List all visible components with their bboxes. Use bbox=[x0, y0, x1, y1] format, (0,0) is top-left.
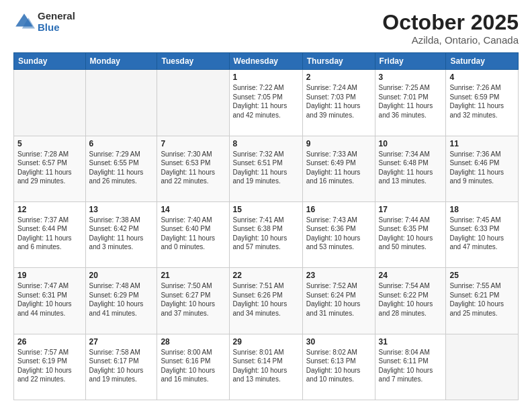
calendar-empty-cell bbox=[14, 70, 86, 136]
day-number: 13 bbox=[89, 205, 154, 214]
day-info: Sunrise: 8:04 AM Sunset: 6:11 PM Dayligh… bbox=[379, 348, 443, 384]
day-info: Sunrise: 7:40 AM Sunset: 6:40 PM Dayligh… bbox=[161, 216, 225, 252]
day-info: Sunrise: 7:52 AM Sunset: 6:24 PM Dayligh… bbox=[306, 281, 371, 318]
calendar-day-26: 26Sunrise: 7:57 AM Sunset: 6:19 PM Dayli… bbox=[14, 334, 86, 400]
day-number: 21 bbox=[161, 271, 225, 280]
calendar-day-29: 29Sunrise: 8:01 AM Sunset: 6:14 PM Dayli… bbox=[229, 334, 302, 400]
day-number: 11 bbox=[449, 139, 515, 148]
day-info: Sunrise: 7:26 AM Sunset: 6:59 PM Dayligh… bbox=[449, 83, 515, 120]
day-info: Sunrise: 7:44 AM Sunset: 6:35 PM Dayligh… bbox=[379, 216, 443, 252]
calendar-day-8: 8Sunrise: 7:32 AM Sunset: 6:51 PM Daylig… bbox=[229, 136, 302, 201]
calendar-day-31: 31Sunrise: 8:04 AM Sunset: 6:11 PM Dayli… bbox=[375, 334, 446, 400]
day-number: 25 bbox=[449, 271, 515, 280]
day-number: 10 bbox=[379, 139, 443, 148]
calendar-day-2: 2Sunrise: 7:24 AM Sunset: 7:03 PM Daylig… bbox=[302, 70, 375, 136]
day-info: Sunrise: 7:54 AM Sunset: 6:22 PM Dayligh… bbox=[379, 281, 443, 318]
day-info: Sunrise: 7:55 AM Sunset: 6:21 PM Dayligh… bbox=[449, 281, 515, 318]
day-number: 1 bbox=[233, 73, 299, 82]
calendar-day-22: 22Sunrise: 7:51 AM Sunset: 6:26 PM Dayli… bbox=[229, 268, 302, 334]
calendar-day-7: 7Sunrise: 7:30 AM Sunset: 6:53 PM Daylig… bbox=[157, 136, 229, 201]
calendar-day-21: 21Sunrise: 7:50 AM Sunset: 6:27 PM Dayli… bbox=[157, 268, 229, 334]
calendar-day-10: 10Sunrise: 7:34 AM Sunset: 6:48 PM Dayli… bbox=[375, 136, 446, 201]
calendar-title: October 2025 bbox=[382, 11, 519, 34]
day-info: Sunrise: 7:43 AM Sunset: 6:36 PM Dayligh… bbox=[306, 216, 371, 252]
calendar-day-4: 4Sunrise: 7:26 AM Sunset: 6:59 PM Daylig… bbox=[446, 70, 519, 136]
calendar-day-16: 16Sunrise: 7:43 AM Sunset: 6:36 PM Dayli… bbox=[302, 201, 375, 267]
header-day-saturday: Saturday bbox=[446, 53, 519, 70]
logo-text: General Blue bbox=[38, 11, 75, 33]
day-info: Sunrise: 7:30 AM Sunset: 6:53 PM Dayligh… bbox=[161, 150, 225, 186]
calendar-day-19: 19Sunrise: 7:47 AM Sunset: 6:31 PM Dayli… bbox=[14, 268, 86, 334]
day-info: Sunrise: 7:48 AM Sunset: 6:29 PM Dayligh… bbox=[89, 281, 154, 318]
day-info: Sunrise: 7:32 AM Sunset: 6:51 PM Dayligh… bbox=[233, 150, 299, 186]
calendar-day-13: 13Sunrise: 7:38 AM Sunset: 6:42 PM Dayli… bbox=[85, 201, 157, 267]
header-day-sunday: Sunday bbox=[14, 53, 86, 70]
day-info: Sunrise: 7:50 AM Sunset: 6:27 PM Dayligh… bbox=[161, 281, 225, 318]
header-day-friday: Friday bbox=[375, 53, 446, 70]
day-info: Sunrise: 7:37 AM Sunset: 6:44 PM Dayligh… bbox=[17, 216, 82, 252]
calendar-empty-cell bbox=[446, 334, 519, 400]
day-info: Sunrise: 7:28 AM Sunset: 6:57 PM Dayligh… bbox=[17, 150, 82, 186]
day-number: 4 bbox=[449, 73, 515, 82]
calendar-week-2: 5Sunrise: 7:28 AM Sunset: 6:57 PM Daylig… bbox=[14, 136, 519, 201]
day-number: 29 bbox=[233, 337, 299, 347]
day-number: 17 bbox=[379, 205, 443, 214]
header-day-thursday: Thursday bbox=[302, 53, 375, 70]
day-number: 2 bbox=[306, 73, 371, 82]
calendar-day-3: 3Sunrise: 7:25 AM Sunset: 7:01 PM Daylig… bbox=[375, 70, 446, 136]
day-info: Sunrise: 7:47 AM Sunset: 6:31 PM Dayligh… bbox=[17, 281, 82, 318]
header: General Blue October 2025 Azilda, Ontari… bbox=[13, 11, 519, 46]
logo-blue: Blue bbox=[38, 22, 75, 34]
logo-general: General bbox=[38, 11, 75, 22]
calendar-day-27: 27Sunrise: 7:58 AM Sunset: 6:17 PM Dayli… bbox=[85, 334, 157, 400]
calendar-day-9: 9Sunrise: 7:33 AM Sunset: 6:49 PM Daylig… bbox=[302, 136, 375, 201]
day-info: Sunrise: 7:33 AM Sunset: 6:49 PM Dayligh… bbox=[306, 150, 371, 186]
calendar-day-6: 6Sunrise: 7:29 AM Sunset: 6:55 PM Daylig… bbox=[85, 136, 157, 201]
day-number: 20 bbox=[89, 271, 154, 280]
day-number: 12 bbox=[17, 205, 82, 214]
day-number: 31 bbox=[379, 337, 443, 347]
calendar-subtitle: Azilda, Ontario, Canada bbox=[382, 34, 519, 46]
calendar-day-20: 20Sunrise: 7:48 AM Sunset: 6:29 PM Dayli… bbox=[85, 268, 157, 334]
day-number: 7 bbox=[161, 139, 225, 148]
calendar-empty-cell bbox=[85, 70, 157, 136]
day-info: Sunrise: 8:02 AM Sunset: 6:13 PM Dayligh… bbox=[306, 348, 371, 384]
day-info: Sunrise: 8:00 AM Sunset: 6:16 PM Dayligh… bbox=[161, 348, 225, 384]
day-number: 9 bbox=[306, 139, 371, 148]
day-number: 27 bbox=[89, 337, 154, 347]
day-number: 30 bbox=[306, 337, 371, 347]
title-block: October 2025 Azilda, Ontario, Canada bbox=[382, 11, 519, 46]
day-number: 18 bbox=[449, 205, 515, 214]
day-number: 22 bbox=[233, 271, 299, 280]
calendar-day-14: 14Sunrise: 7:40 AM Sunset: 6:40 PM Dayli… bbox=[157, 201, 229, 267]
header-day-monday: Monday bbox=[85, 53, 157, 70]
day-number: 14 bbox=[161, 205, 225, 214]
day-info: Sunrise: 8:01 AM Sunset: 6:14 PM Dayligh… bbox=[233, 348, 299, 384]
day-number: 24 bbox=[379, 271, 443, 280]
day-number: 8 bbox=[233, 139, 299, 148]
day-number: 3 bbox=[379, 73, 443, 82]
day-number: 6 bbox=[89, 139, 154, 148]
logo-icon bbox=[13, 11, 35, 33]
calendar-week-4: 19Sunrise: 7:47 AM Sunset: 6:31 PM Dayli… bbox=[14, 268, 519, 334]
calendar-header-row: SundayMondayTuesdayWednesdayThursdayFrid… bbox=[14, 53, 519, 70]
day-info: Sunrise: 7:58 AM Sunset: 6:17 PM Dayligh… bbox=[89, 348, 154, 384]
day-info: Sunrise: 7:34 AM Sunset: 6:48 PM Dayligh… bbox=[379, 150, 443, 186]
day-info: Sunrise: 7:38 AM Sunset: 6:42 PM Dayligh… bbox=[89, 216, 154, 252]
day-info: Sunrise: 7:25 AM Sunset: 7:01 PM Dayligh… bbox=[379, 83, 443, 120]
calendar-day-15: 15Sunrise: 7:41 AM Sunset: 6:38 PM Dayli… bbox=[229, 201, 302, 267]
logo: General Blue bbox=[13, 11, 75, 33]
day-info: Sunrise: 7:36 AM Sunset: 6:46 PM Dayligh… bbox=[449, 150, 515, 186]
day-info: Sunrise: 7:29 AM Sunset: 6:55 PM Dayligh… bbox=[89, 150, 154, 186]
day-info: Sunrise: 7:41 AM Sunset: 6:38 PM Dayligh… bbox=[233, 216, 299, 252]
calendar-day-17: 17Sunrise: 7:44 AM Sunset: 6:35 PM Dayli… bbox=[375, 201, 446, 267]
day-number: 15 bbox=[233, 205, 299, 214]
header-day-tuesday: Tuesday bbox=[157, 53, 229, 70]
calendar-day-1: 1Sunrise: 7:22 AM Sunset: 7:05 PM Daylig… bbox=[229, 70, 302, 136]
day-info: Sunrise: 7:45 AM Sunset: 6:33 PM Dayligh… bbox=[449, 216, 515, 252]
calendar-week-5: 26Sunrise: 7:57 AM Sunset: 6:19 PM Dayli… bbox=[14, 334, 519, 400]
header-day-wednesday: Wednesday bbox=[229, 53, 302, 70]
day-info: Sunrise: 7:57 AM Sunset: 6:19 PM Dayligh… bbox=[17, 348, 82, 384]
calendar-day-12: 12Sunrise: 7:37 AM Sunset: 6:44 PM Dayli… bbox=[14, 201, 86, 267]
day-number: 23 bbox=[306, 271, 371, 280]
